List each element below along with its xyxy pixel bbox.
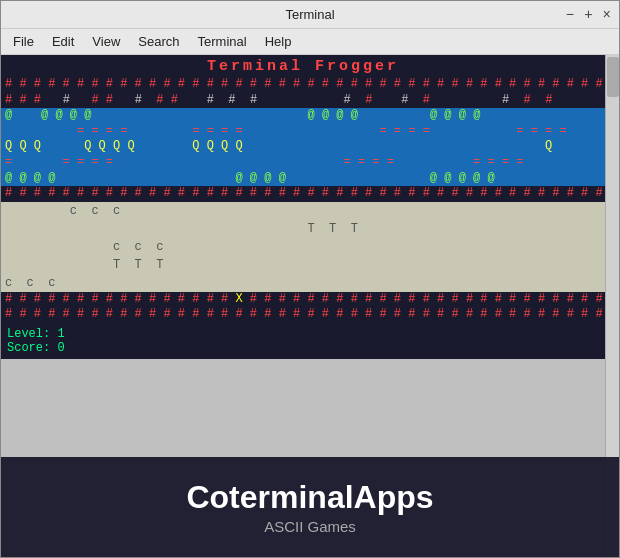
river-row-1: @ @ @ @ @ @ @ @ @ @ @ @ @ bbox=[1, 108, 605, 124]
safe-area: c c c T T T c c c T T T c c c bbox=[1, 202, 605, 292]
safe-row-1: c c c bbox=[1, 202, 605, 220]
scrollbar-thumb[interactable] bbox=[607, 57, 619, 97]
river-row-2: = = = = = = = = = = = = = = = = bbox=[1, 124, 605, 140]
frog-row-1: # # # # # # # # # # # # # # # # X # # # … bbox=[1, 292, 605, 308]
river-area: @ @ @ @ @ @ @ @ @ @ @ @ @ = = = = = = = … bbox=[1, 108, 605, 186]
game-title: Terminal Frogger bbox=[207, 58, 399, 75]
menu-file[interactable]: File bbox=[5, 32, 42, 51]
menu-help[interactable]: Help bbox=[257, 32, 300, 51]
divider-row: # # # # # # # # # # # # # # # # # # # # … bbox=[1, 186, 605, 202]
maximize-button[interactable]: + bbox=[584, 7, 592, 23]
promo-tagline: ASCII Games bbox=[264, 518, 356, 535]
menu-bar: File Edit View Search Terminal Help bbox=[1, 29, 619, 55]
river-row-4: = = = = = = = = = = = = = bbox=[1, 155, 605, 171]
title-bar: Terminal − + × bbox=[1, 1, 619, 29]
promo-app-name: CoterminalApps bbox=[186, 479, 433, 516]
frog-row-2: # # # # # # # # # # # # # # # # # # # # … bbox=[1, 307, 605, 323]
terminal-window: Terminal − + × File Edit View Search Ter… bbox=[0, 0, 620, 558]
close-button[interactable]: × bbox=[603, 7, 611, 23]
menu-edit[interactable]: Edit bbox=[44, 32, 82, 51]
safe-row-5: c c c bbox=[1, 274, 605, 292]
road-row-2: # # # # # # # # # # # # # # # # # # # bbox=[1, 93, 605, 109]
river-row-5: @ @ @ @ @ @ @ @ @ @ @ @ @ bbox=[1, 171, 605, 187]
status-bar: Level: 1Score: 0 bbox=[1, 323, 605, 359]
game-title-row: Terminal Frogger bbox=[1, 55, 605, 77]
safe-row-2: T T T bbox=[1, 220, 605, 238]
level-label: Level: 1Score: 0 bbox=[7, 327, 65, 355]
menu-search[interactable]: Search bbox=[130, 32, 187, 51]
river-row-3: Q Q Q Q Q Q Q Q Q Q Q Q bbox=[1, 139, 605, 155]
menu-terminal[interactable]: Terminal bbox=[190, 32, 255, 51]
road-row-1: # # # # # # # # # # # # # # # # # # # # … bbox=[1, 77, 605, 93]
safe-row-3: c c c bbox=[1, 238, 605, 256]
safe-row-4: T T T bbox=[1, 256, 605, 274]
promo-overlay: CoterminalApps ASCII Games bbox=[1, 457, 619, 557]
minimize-button[interactable]: − bbox=[566, 7, 574, 23]
window-controls: − + × bbox=[566, 7, 611, 23]
menu-view[interactable]: View bbox=[84, 32, 128, 51]
terminal-area: Terminal Frogger # # # # # # # # # # # #… bbox=[1, 55, 619, 557]
window-title: Terminal bbox=[285, 7, 334, 22]
